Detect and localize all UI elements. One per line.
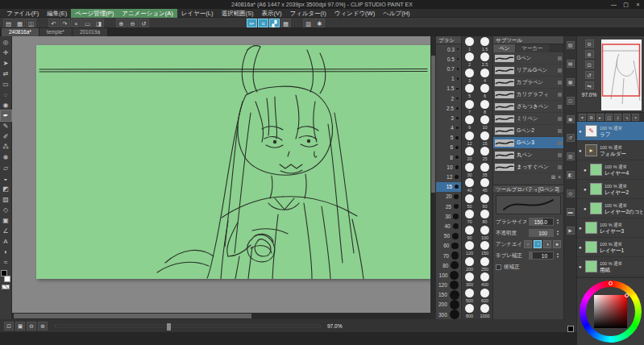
menu-item[interactable]: レイヤー(L): [177, 9, 218, 18]
eyedropper-tool-icon[interactable]: ◉: [1, 100, 11, 110]
brush-size-item[interactable]: 25: [436, 202, 461, 211]
layer-thumbnail[interactable]: ✎▸: [590, 164, 602, 176]
brush-size-slider[interactable]: 150.0: [529, 218, 554, 226]
open-file-icon[interactable]: ▦: [15, 19, 25, 27]
opacity-slider[interactable]: 100: [529, 229, 554, 237]
canvas-viewport[interactable]: [12, 36, 430, 313]
fill-tool-icon[interactable]: ◩: [1, 184, 11, 194]
brush-size-item[interactable]: 250: [477, 256, 492, 272]
eraser-tool-icon[interactable]: ▱: [1, 163, 11, 173]
brush-size-item[interactable]: 1: [436, 74, 461, 84]
transfer-icon[interactable]: ⇘: [623, 114, 630, 121]
v-scroll-thumb[interactable]: [431, 56, 435, 193]
brush-size-item[interactable]: 30: [462, 162, 477, 178]
rotate-view-icon[interactable]: ↺: [139, 19, 149, 27]
nav-fit-icon[interactable]: ⊡: [585, 60, 594, 69]
decoration-tool-icon[interactable]: ❋: [1, 152, 11, 163]
post-correction-checkbox[interactable]: [496, 264, 501, 270]
brush-size-item[interactable]: 90: [462, 225, 477, 241]
brush-size-item[interactable]: 70: [436, 251, 461, 260]
canvas-horizontal-scrollbar[interactable]: [12, 313, 430, 319]
canvas-page[interactable]: [36, 45, 430, 279]
subtool-tab[interactable]: ペン: [493, 44, 515, 52]
brush-size-item[interactable]: 0.7: [436, 64, 461, 73]
layer-row[interactable]: ● ✎▸ 100 % 通常 レイヤー3: [577, 218, 644, 238]
brush-size-item[interactable]: 0.3: [436, 44, 461, 54]
merge-down-icon[interactable]: ⇓: [614, 114, 621, 121]
sv-marker[interactable]: [625, 293, 629, 297]
line-correction-tool-icon[interactable]: ≈: [1, 257, 11, 268]
zoom-in-icon[interactable]: ⊕: [116, 19, 127, 27]
brush-size-stepper[interactable]: ▲▼: [556, 218, 561, 225]
layer-visibility-toggle[interactable]: ●: [579, 245, 585, 250]
main-color-chip[interactable]: [567, 326, 574, 332]
redo-icon[interactable]: ↷: [60, 19, 70, 27]
layer-visibility-toggle[interactable]: ●: [579, 129, 585, 134]
status-zoom-in-icon[interactable]: ⊕: [38, 322, 48, 330]
layer-move-tool-icon[interactable]: ⇄: [1, 69, 11, 79]
brush-size-item[interactable]: 150: [477, 241, 492, 257]
lasso-tool-icon[interactable]: ◌: [1, 89, 11, 100]
brush-size-item[interactable]: 100: [436, 270, 461, 280]
airbrush-tool-icon[interactable]: ⁂: [1, 142, 11, 152]
brush-size-item[interactable]: 25: [477, 147, 492, 163]
search-layer-icon[interactable]: ◎: [567, 189, 575, 197]
brush-size-item[interactable]: 2: [462, 52, 477, 69]
brush-size-item[interactable]: 200: [436, 300, 461, 310]
foreground-color-chip[interactable]: [1, 270, 7, 276]
layer-row[interactable]: ● ✎▸ 100 % 通常 レイヤー1: [577, 238, 644, 257]
nav-zoom-in-icon[interactable]: ⊕: [585, 50, 594, 58]
stabilization-slider[interactable]: 10: [529, 251, 554, 260]
brush-size-item[interactable]: 100: [477, 225, 492, 241]
menu-item[interactable]: 表示(V): [257, 9, 285, 18]
quick-access-icon[interactable]: ▧: [567, 41, 575, 49]
minimize-button[interactable]: —: [608, 0, 620, 9]
brush-size-item[interactable]: 150: [436, 290, 461, 300]
brush-tool-icon[interactable]: ✐: [1, 131, 11, 142]
brush-size-item[interactable]: 4: [436, 123, 461, 133]
brush-size-item[interactable]: 2.5: [477, 52, 492, 69]
layer-thumbnail[interactable]: ✎▸: [585, 241, 597, 253]
menu-item[interactable]: ファイル(F): [2, 9, 43, 18]
stabilization-stepper[interactable]: ▲▼: [556, 252, 561, 259]
menu-item[interactable]: 編集(E): [43, 9, 71, 18]
brush-size-item[interactable]: 70: [462, 210, 477, 226]
text-tool-icon[interactable]: A: [1, 236, 11, 247]
navigator-preview[interactable]: [601, 39, 642, 110]
menu-item[interactable]: フィルター(I): [285, 9, 330, 18]
saturation-value-square[interactable]: [594, 295, 627, 328]
subtool-tab[interactable]: マーカー: [516, 44, 548, 52]
brush-size-item[interactable]: 1.5: [477, 36, 492, 52]
brush-size-item[interactable]: 1.5: [436, 84, 461, 94]
pen-tool-icon[interactable]: ✒: [1, 110, 11, 121]
auto-action-icon[interactable]: ▶: [567, 227, 575, 235]
actual-size-icon[interactable]: ▣: [15, 322, 25, 330]
duplicate-layer-icon[interactable]: ◫: [605, 114, 613, 121]
zoom-slider-thumb[interactable]: [167, 323, 171, 330]
new-folder-icon[interactable]: ▸: [596, 114, 604, 121]
gradient-tool-icon[interactable]: ▨: [1, 194, 11, 205]
operation-tool-icon[interactable]: ➤: [1, 58, 11, 69]
nav-rotate-icon[interactable]: ↺: [585, 71, 594, 79]
layer-row[interactable]: ● ✎▸ 100 % 通常 レイヤー4: [577, 160, 644, 180]
brush-size-item[interactable]: 300: [462, 272, 477, 289]
information-icon[interactable]: ▣: [567, 115, 575, 123]
delete-icon[interactable]: ×: [71, 19, 81, 27]
brush-size-item[interactable]: 3: [462, 68, 477, 84]
layer-row[interactable]: ● ✎▸ 100 % 通常 レイヤー2: [577, 180, 644, 199]
brush-size-item[interactable]: 120: [462, 241, 477, 257]
brush-size-item[interactable]: 120: [436, 281, 461, 290]
save-icon[interactable]: ◫: [26, 19, 36, 27]
layer-palette-icon[interactable]: ▥: [567, 152, 575, 160]
sub-view-icon[interactable]: ◫: [567, 97, 575, 105]
undo-icon[interactable]: ↶: [48, 19, 59, 27]
brush-size-item[interactable]: 300: [436, 310, 461, 319]
brush-size-item[interactable]: 9: [462, 115, 477, 131]
brush-size-item[interactable]: 3: [436, 113, 461, 123]
brush-size-item[interactable]: 5: [436, 133, 461, 143]
new-layer-icon[interactable]: ⊞: [588, 114, 595, 121]
brush-size-item[interactable]: 5: [462, 84, 477, 100]
brush-size-item[interactable]: 40: [462, 178, 477, 194]
zoom-slider[interactable]: [55, 325, 321, 327]
brush-size-item[interactable]: 4: [477, 68, 492, 84]
